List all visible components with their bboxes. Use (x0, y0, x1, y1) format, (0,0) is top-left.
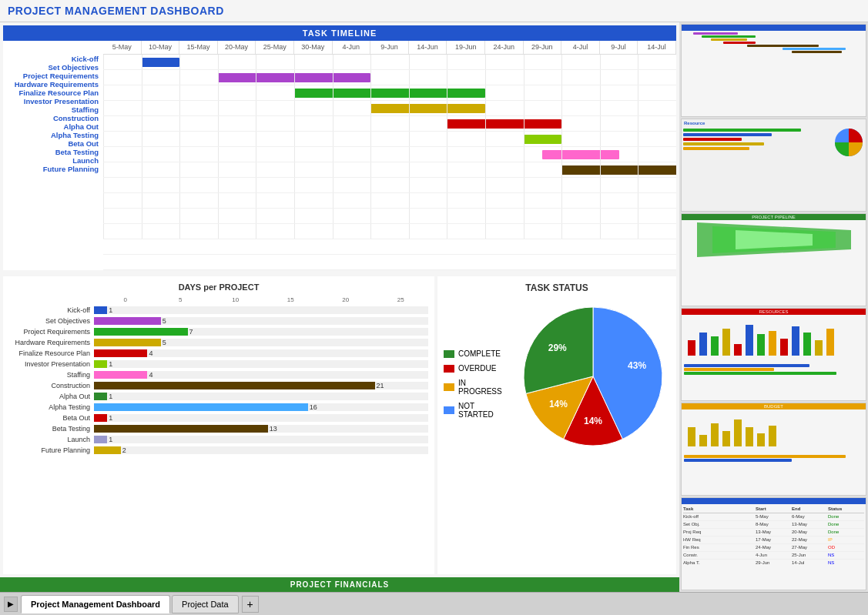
gantt-task-row (103, 178, 676, 193)
legend-label: NOT STARTED (458, 402, 508, 419)
right-panel: Resource (679, 22, 868, 592)
gantt-bar (142, 58, 180, 67)
gantt-date-label: 25-May (256, 41, 294, 54)
gantt-label: Construction (3, 114, 103, 122)
bar-label: Staffing (9, 371, 94, 379)
gantt-bar (561, 165, 676, 175)
svg-rect-4 (688, 340, 695, 356)
svg-rect-23 (757, 433, 765, 446)
svg-rect-24 (769, 426, 776, 446)
bar-chart-row: Kick-off1 (9, 305, 428, 316)
bar-chart-row: Staffing4 (9, 369, 428, 380)
bar-value: 21 (375, 382, 384, 389)
content-area: TASK TIMELINE Kick-off Set Objectives Pr… (0, 22, 868, 592)
status-content: COMPLETEOVERDUEIN PROGRESSNOT STARTED 43… (444, 299, 670, 453)
bar-fill (94, 425, 268, 433)
bar-axis-label: 25 (374, 296, 429, 303)
legend-color-swatch (444, 365, 454, 373)
gantt-task-row (103, 55, 676, 70)
bar-track: 21 (94, 382, 428, 389)
bar-label: Future Planning (9, 446, 94, 454)
bar-track: 4 (94, 349, 428, 357)
bar-chart-row: Construction21 (9, 380, 428, 391)
gantt-bar (294, 89, 485, 98)
bar-label: Launch (9, 436, 94, 443)
main-container: PROJECT MANAGEMENT DASHBOARD TASK TIMELI… (0, 0, 868, 615)
bar-value: 4 (147, 349, 152, 357)
legend-label: OVERDUE (458, 364, 496, 373)
bar-label: Beta Testing (9, 425, 94, 433)
thumb-1 (681, 24, 866, 117)
bar-fill (94, 382, 375, 389)
tab-nav-arrow[interactable]: ▶ (4, 597, 18, 612)
pie-label: 14% (584, 416, 602, 426)
gantt-date-label: 20-May (218, 41, 256, 54)
gantt-label: Alpha Out (3, 122, 103, 131)
gantt-date-label: 14-Jul (638, 41, 676, 54)
gantt-date-label: 24-Jun (485, 41, 524, 54)
bar-chart-row: Launch1 (9, 434, 428, 445)
top-title-bar: PROJECT MANAGEMENT DASHBOARD (0, 0, 868, 22)
bar-chart-row: Alpha Testing16 (9, 402, 428, 413)
gantt-label: Beta Testing (3, 148, 103, 156)
tab-project-data[interactable]: Project Data (172, 595, 239, 613)
pie-label: 29% (548, 343, 567, 353)
bar-fill (94, 446, 121, 454)
gantt-date-label: 19-Jun (447, 41, 485, 54)
legend-color-swatch (444, 383, 454, 391)
legend-item: COMPLETE (444, 349, 508, 358)
gantt-date-label: 4-Jul (561, 41, 600, 54)
gantt-bars (103, 55, 676, 270)
bar-fill (94, 371, 147, 379)
gantt-task-row (103, 116, 676, 132)
bar-fill (94, 328, 188, 336)
gantt-bar (218, 73, 370, 82)
legend-color-swatch (444, 406, 454, 414)
add-tab-button[interactable]: + (242, 596, 259, 613)
tab-dashboard[interactable]: Project Management Dashboard (21, 595, 170, 613)
gantt-task-row (103, 70, 676, 85)
bar-label: Beta Out (9, 414, 94, 422)
thumb-6: TaskStartEndStatus Kick-off5-May6-MayDon… (681, 497, 866, 590)
days-chart: DAYS per PROJECT 0510152025Kick-off1Set … (3, 276, 434, 574)
bar-track: 1 (94, 414, 428, 422)
bar-chart-row: Investor Presentation1 (9, 359, 428, 369)
svg-rect-6 (711, 336, 719, 356)
gantt-section: TASK TIMELINE Kick-off Set Objectives Pr… (3, 25, 676, 270)
bar-track: 1 (94, 360, 428, 368)
pie-container: 43%14%14%29% (516, 299, 670, 453)
tab-dashboard-label: Project Management Dashboard (31, 600, 160, 609)
bar-chart-area: 0510152025Kick-off1Set Objectives5Projec… (9, 296, 428, 456)
gantt-task-row (103, 101, 676, 116)
gantt-chart-area: 5-May10-May15-May20-May25-May30-May4-Jun… (103, 41, 676, 270)
thumb-4: RESOURCES (681, 308, 866, 401)
gantt-date-label: 15-May (179, 41, 218, 54)
bar-value: 1 (107, 393, 112, 400)
bar-value: 1 (107, 306, 112, 314)
svg-rect-5 (699, 333, 707, 356)
bar-value: 1 (107, 436, 112, 443)
gantt-label: Alpha Testing (3, 131, 103, 139)
task-status-title: TASK STATUS (444, 282, 670, 293)
gantt-task-row (103, 239, 676, 255)
gantt-task-row (103, 162, 676, 178)
svg-rect-9 (746, 325, 753, 356)
bar-axis-label: 10 (208, 296, 263, 303)
bar-track: 1 (94, 306, 428, 314)
bar-track: 13 (94, 425, 428, 433)
bar-fill (94, 349, 147, 357)
gantt-body: Kick-off Set Objectives Project Requirem… (3, 41, 676, 270)
bar-fill (94, 317, 161, 325)
legend: COMPLETEOVERDUEIN PROGRESSNOT STARTED (444, 349, 508, 419)
bar-track: 4 (94, 371, 428, 379)
tab-project-data-label: Project Data (182, 600, 229, 609)
legend-color-swatch (444, 350, 454, 358)
pie-chart: 43%14%14%29% (516, 299, 670, 453)
bar-value: 16 (308, 403, 317, 411)
bar-track: 7 (94, 328, 428, 336)
gantt-label: Finalize Resource Plan (3, 89, 103, 97)
bar-label: Construction (9, 382, 94, 389)
bar-value: 4 (147, 371, 152, 379)
bar-track: 5 (94, 339, 428, 346)
bar-fill (94, 306, 107, 314)
